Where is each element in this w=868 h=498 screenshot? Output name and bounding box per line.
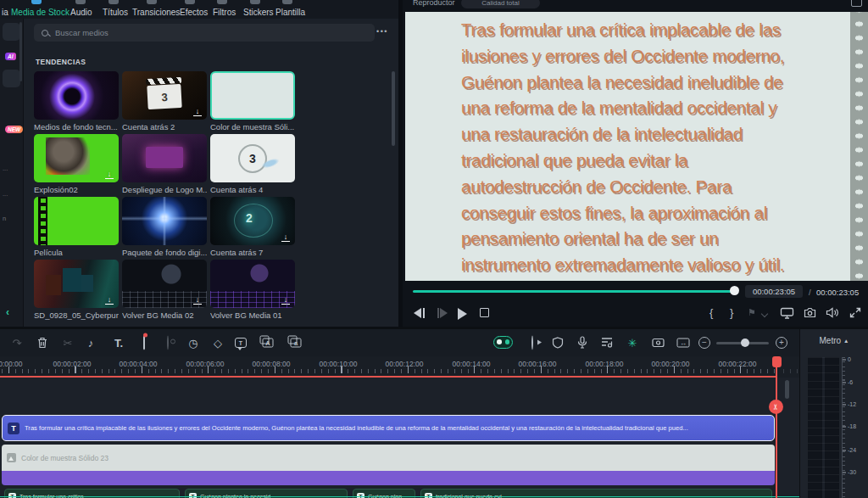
zoom-out-button[interactable]: − xyxy=(698,337,710,349)
previous-frame-button[interactable] xyxy=(414,308,426,318)
media-thumbnail[interactable]: 3 xyxy=(210,134,295,182)
render-preview-icon[interactable] xyxy=(531,338,533,349)
download-icon[interactable]: ↓ xyxy=(105,295,114,305)
media-item[interactable]: 3 ↓ Cuenta atrás 2 xyxy=(122,71,207,134)
zoom-in-button[interactable]: + xyxy=(776,337,787,349)
tab-partial[interactable]: ia xyxy=(2,8,8,17)
motion-tracking-icon[interactable]: ✳ xyxy=(628,338,637,349)
speech-to-text-icon[interactable]: T xyxy=(235,338,247,348)
text-clip-selected[interactable]: T Tras formular una crítica implacable d… xyxy=(2,415,775,441)
timeline-ruler[interactable]: 00:00:00 00:00:02:00 00:00:04:00 00:00:0… xyxy=(0,356,799,378)
download-icon[interactable]: ↓ xyxy=(193,107,202,116)
zoom-slider-handle[interactable] xyxy=(741,339,749,347)
marker-flag-icon[interactable]: ⚑ xyxy=(748,307,756,318)
split-at-playhead-button[interactable]: ✂ xyxy=(769,400,783,414)
tab-stickers[interactable]: Stickers xyxy=(243,8,274,17)
progress-handle[interactable] xyxy=(730,286,739,295)
tab-audio[interactable]: Audio xyxy=(70,8,92,17)
media-item-label: Despliegue de Logo M... xyxy=(122,185,207,194)
tab-titles[interactable]: Títulos xyxy=(103,8,128,17)
split-scissors-icon[interactable]: ✂ xyxy=(64,338,73,349)
auto-caption-icon[interactable]: a xyxy=(291,339,302,348)
media-thumbnail[interactable]: 3 ↓ xyxy=(122,71,207,120)
step-forward-button[interactable] xyxy=(436,308,448,318)
speed-timer-icon[interactable]: ◷ xyxy=(188,338,198,349)
speaker-volume-icon[interactable] xyxy=(826,307,839,318)
media-item[interactable]: Paquete de fondo digi... xyxy=(122,197,207,260)
playback-progress-bar[interactable] xyxy=(413,290,735,293)
keyframe-icon[interactable]: ◇ xyxy=(214,338,222,349)
microphone-icon[interactable] xyxy=(577,336,588,349)
media-thumbnail[interactable]: 2 ↓ xyxy=(210,197,295,245)
tab-transitions[interactable]: Transiciones xyxy=(132,8,180,17)
tab-template[interactable]: Plantilla xyxy=(275,8,305,17)
quality-dropdown[interactable]: Calidad total xyxy=(461,0,540,8)
meter-label: Metro xyxy=(820,336,842,345)
media-item-label: Cuenta atrás 4 xyxy=(210,185,295,194)
sidebar-scrollbar[interactable] xyxy=(19,22,22,81)
play-button[interactable] xyxy=(458,308,467,320)
playhead-line xyxy=(776,356,777,498)
panel-corner-icon[interactable] xyxy=(851,0,862,7)
color-sample-clip-label: Color de muestra Sólido 23 xyxy=(21,454,108,462)
sidebar-item[interactable] xyxy=(3,23,20,41)
color-palette-icon[interactable] xyxy=(167,338,169,349)
fullscreen-icon[interactable] xyxy=(849,307,861,318)
delete-icon[interactable] xyxy=(37,337,48,349)
ai-mask-toggle[interactable] xyxy=(493,336,513,349)
download-icon[interactable]: ↓ xyxy=(105,170,114,179)
media-item[interactable]: ↓ Volver BG Media 02 xyxy=(122,260,207,322)
crop-icon[interactable] xyxy=(143,338,145,349)
search-input[interactable]: Buscar medios xyxy=(34,24,375,42)
media-thumbnail[interactable]: ↓ xyxy=(34,134,119,182)
media-thumbnail[interactable] xyxy=(122,197,207,245)
record-screen-icon[interactable] xyxy=(652,338,665,348)
collapse-sidebar-button[interactable]: ‹ xyxy=(6,306,9,318)
media-thumbnail[interactable]: ↓ xyxy=(210,260,295,308)
tab-effects[interactable]: Efectos xyxy=(180,8,208,17)
media-thumbnail[interactable]: ↓ xyxy=(34,260,119,308)
tab-filters[interactable]: Filtros xyxy=(213,8,236,17)
translate-icon[interactable]: A xyxy=(263,339,274,348)
redo-icon[interactable]: ↷ xyxy=(13,338,22,349)
media-item[interactable]: Medios de fondo tecn... xyxy=(34,71,119,134)
snapshot-camera-icon[interactable] xyxy=(804,307,816,318)
stop-button[interactable] xyxy=(480,308,489,317)
download-icon[interactable]: ↓ xyxy=(281,295,290,305)
more-options-button[interactable]: ••• xyxy=(376,27,388,36)
display-device-icon[interactable] xyxy=(780,307,794,319)
media-thumbnail[interactable] xyxy=(210,71,295,120)
text-clip-label: Tras formular una crítica implacable de … xyxy=(25,424,769,432)
media-panel-scrollbar[interactable] xyxy=(392,71,395,146)
media-item[interactable]: ↓ Explosión02 xyxy=(34,134,119,197)
media-item[interactable]: Despliegue de Logo M... xyxy=(122,134,207,197)
media-item[interactable]: Película xyxy=(34,197,119,260)
media-thumbnail[interactable] xyxy=(34,71,119,120)
fit-timeline-icon[interactable]: ↔ xyxy=(677,339,690,348)
adjustment-notes-icon[interactable] xyxy=(601,337,614,348)
mark-out-button[interactable]: } xyxy=(730,306,733,319)
media-item-selected[interactable]: Color de muestra Sóli... xyxy=(210,71,295,134)
media-thumbnail[interactable]: ↓ xyxy=(122,260,207,308)
download-icon[interactable]: ↓ xyxy=(193,295,202,305)
video-canvas[interactable]: Tras formular una crítica implacable de … xyxy=(405,12,868,281)
text-tool-icon[interactable]: T. xyxy=(114,338,123,349)
media-thumbnail[interactable] xyxy=(122,134,207,182)
text-clip-icon: T xyxy=(8,422,19,434)
tab-stock-media[interactable]: Media de Stock xyxy=(11,8,70,17)
media-item[interactable]: ↓ Volver BG Media 01 xyxy=(210,260,295,322)
media-item[interactable]: 3 Cuenta atrás 4 xyxy=(210,134,295,197)
download-icon[interactable]: ↓ xyxy=(281,232,290,242)
media-item[interactable]: 2 ↓ Cuenta atrás 7 xyxy=(210,197,295,260)
meter-header[interactable]: Metro▲ xyxy=(800,336,868,345)
tracks-scrollbar[interactable] xyxy=(785,380,789,399)
color-sample-clip[interactable]: Color de muestra Sólido 23 xyxy=(2,445,775,485)
media-item[interactable]: ↓ SD_0928_05_Cyberpun... xyxy=(34,260,119,322)
beat-detection-icon[interactable]: ♪ xyxy=(88,338,94,349)
media-thumbnail[interactable] xyxy=(34,197,119,245)
playhead-handle[interactable] xyxy=(772,356,782,367)
sidebar-item[interactable] xyxy=(3,70,20,87)
shield-icon[interactable] xyxy=(553,337,564,349)
chevron-down-icon[interactable] xyxy=(761,311,768,317)
mark-in-button[interactable]: { xyxy=(709,306,713,319)
